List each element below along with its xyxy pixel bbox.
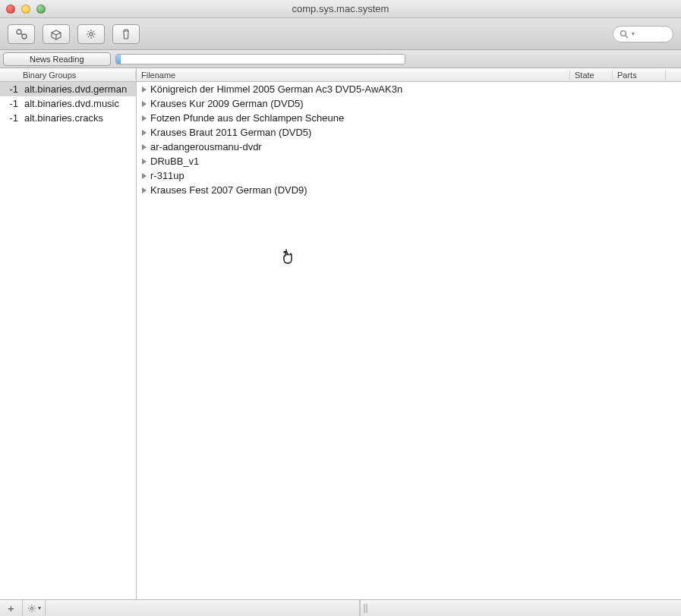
header-filename[interactable]: Filename	[137, 71, 570, 80]
group-count: -1	[3, 83, 18, 95]
content-split: Binary Groups -1 alt.binaries.dvd.german…	[0, 68, 681, 599]
disclosure-triangle-icon[interactable]	[140, 186, 149, 195]
group-list: -1 alt.binaries.dvd.german -1 alt.binari…	[0, 82, 136, 599]
group-count: -1	[3, 98, 18, 109]
statusbar-spacer	[46, 600, 360, 616]
news-reading-label: News Reading	[30, 55, 84, 64]
disclosure-triangle-icon[interactable]	[140, 114, 149, 123]
disclosure-triangle-icon[interactable]	[140, 128, 149, 137]
file-header-row: Filename State Parts	[137, 68, 681, 82]
disclosure-triangle-icon[interactable]	[140, 85, 149, 94]
close-window-button[interactable]	[6, 5, 15, 14]
sidebar: Binary Groups -1 alt.binaries.dvd.german…	[0, 68, 137, 599]
delete-button[interactable]	[112, 24, 140, 44]
gear-small-icon	[27, 604, 36, 613]
file-name: Krauses Fest 2007 German (DVD9)	[150, 184, 307, 196]
file-row[interactable]: Fotzen Pfunde aus der Schlampen Scheune	[137, 111, 681, 125]
zoom-window-button[interactable]	[36, 5, 46, 14]
disclosure-triangle-icon[interactable]	[140, 99, 149, 108]
file-row[interactable]: Königreich der Himmel 2005 German Ac3 DV…	[137, 82, 681, 96]
file-name: Fotzen Pfunde aus der Schlampen Scheune	[150, 112, 344, 124]
group-count: -1	[3, 112, 18, 124]
file-row[interactable]: r-311up	[137, 168, 681, 183]
group-row[interactable]: -1 alt.binaries.dvd.german	[0, 82, 136, 96]
group-name: alt.binaries.dvd.german	[24, 83, 127, 95]
statusbar: + ▾	[0, 599, 681, 616]
subtoolbar: News Reading	[0, 50, 681, 68]
file-name: r-311up	[150, 170, 184, 181]
group-name: alt.binaries.dvd.music	[24, 98, 119, 109]
package-icon	[49, 28, 63, 40]
file-row[interactable]: Krauses Fest 2007 German (DVD9)	[137, 183, 681, 197]
progress-bar	[115, 54, 405, 64]
svg-point-4	[30, 607, 33, 609]
package-button[interactable]	[43, 24, 70, 44]
file-list: Königreich der Himmel 2005 German Ac3 DV…	[137, 82, 681, 599]
add-group-button[interactable]: +	[0, 600, 23, 616]
file-name: DRuBB_v1	[150, 156, 199, 167]
settings-button[interactable]	[77, 24, 105, 44]
file-name: Krauses Kur 2009 German (DVD5)	[150, 98, 304, 109]
header-state[interactable]: State	[570, 71, 613, 80]
file-row[interactable]: ar-adangerousmanu-dvdr	[137, 140, 681, 154]
group-name: alt.binaries.cracks	[24, 112, 103, 124]
window-title: comp.sys.mac.system	[0, 3, 681, 14]
header-parts[interactable]: Parts	[613, 71, 666, 80]
disclosure-triangle-icon[interactable]	[140, 143, 149, 152]
action-menu-button[interactable]: ▾	[23, 600, 46, 616]
window-controls	[6, 5, 46, 14]
main-pane: Filename State Parts Königreich der Himm…	[137, 68, 681, 599]
svg-point-3	[621, 30, 626, 36]
toolbar: ▾	[0, 18, 681, 50]
file-row[interactable]: Krauses Kur 2009 German (DVD5)	[137, 96, 681, 111]
file-name: Krauses Braut 2011 German (DVD5)	[150, 127, 311, 138]
gear-icon	[84, 28, 98, 40]
sidebar-header-row: Binary Groups	[0, 68, 136, 82]
file-name: ar-adangerousmanu-dvdr	[150, 141, 262, 152]
search-field[interactable]: ▾	[613, 26, 673, 42]
search-icon	[620, 30, 629, 39]
news-reading-button[interactable]: News Reading	[3, 52, 111, 66]
trash-icon	[119, 28, 133, 40]
file-row[interactable]: Krauses Braut 2011 German (DVD5)	[137, 125, 681, 140]
titlebar: comp.sys.mac.system	[0, 0, 681, 18]
disclosure-triangle-icon[interactable]	[140, 157, 149, 166]
disclosure-triangle-icon[interactable]	[140, 171, 149, 181]
sidebar-resize-grip[interactable]	[360, 600, 370, 616]
file-row[interactable]: DRuBB_v1	[137, 154, 681, 168]
svg-point-2	[90, 32, 93, 35]
connect-icon	[14, 28, 28, 40]
minimize-window-button[interactable]	[21, 5, 30, 14]
progress-fill	[116, 55, 121, 64]
statusbar-main	[370, 600, 681, 616]
sidebar-header-binary-groups[interactable]: Binary Groups	[0, 71, 136, 80]
file-name: Königreich der Himmel 2005 German Ac3 DV…	[150, 83, 402, 95]
group-row[interactable]: -1 alt.binaries.cracks	[0, 111, 136, 125]
connect-button[interactable]	[8, 24, 35, 44]
group-row[interactable]: -1 alt.binaries.dvd.music	[0, 96, 136, 111]
